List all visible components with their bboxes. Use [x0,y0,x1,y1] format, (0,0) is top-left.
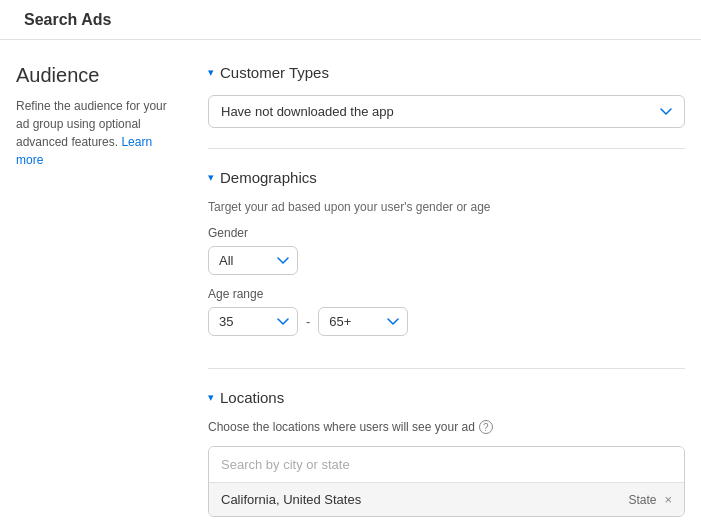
main-layout: Audience Refine the audience for your ad… [0,40,701,520]
gender-select[interactable]: All Male Female [208,246,298,275]
sidebar-description: Refine the audience for your ad group us… [16,97,176,169]
customer-types-select[interactable]: All Users Have not downloaded the app Ha… [208,95,685,128]
customer-types-header: ▾ Customer Types [208,64,685,81]
gender-label: Gender [208,226,685,240]
content-area: ▾ Customer Types All Users Have not down… [208,64,685,520]
location-remove-button[interactable]: × [664,493,672,506]
app-title: Search Ads [24,11,111,29]
sidebar-heading: Audience [16,64,176,87]
age-range-label: Age range [208,287,685,301]
locations-title: Locations [220,389,284,406]
location-type: State [628,493,656,507]
locations-header: ▾ Locations [208,389,685,406]
age-from-select[interactable]: 18 21 25 30 35 40 45 50 55 60 65+ [208,307,298,336]
age-to-select[interactable]: 21 25 30 35 40 45 50 55 60 65+ [318,307,408,336]
age-range-group: Age range 18 21 25 30 35 40 45 50 55 60 … [208,287,685,336]
sidebar: Audience Refine the audience for your ad… [16,64,176,520]
locations-chevron-icon: ▾ [208,391,214,404]
demographics-section: ▾ Demographics Target your ad based upon… [208,169,685,369]
location-name: California, United States [221,492,361,507]
age-separator: - [306,314,310,329]
locations-description-text: Choose the locations where users will se… [208,420,475,434]
age-range-row: 18 21 25 30 35 40 45 50 55 60 65+ - [208,307,685,336]
gender-group: Gender All Male Female [208,226,685,275]
demographics-title: Demographics [220,169,317,186]
location-meta: State × [628,493,672,507]
locations-help-icon[interactable]: ? [479,420,493,434]
customer-types-title: Customer Types [220,64,329,81]
customer-types-chevron-icon: ▾ [208,66,214,79]
app-header: Search Ads [0,0,701,40]
locations-description-row: Choose the locations where users will se… [208,420,685,434]
location-item: California, United States State × [209,483,684,516]
customer-types-section: ▾ Customer Types All Users Have not down… [208,64,685,149]
location-search-input[interactable] [209,447,684,483]
locations-section: ▾ Locations Choose the locations where u… [208,389,685,520]
demographics-chevron-icon: ▾ [208,171,214,184]
logo-area: Search Ads [16,11,111,29]
locations-box: California, United States State × [208,446,685,517]
demographics-description: Target your ad based upon your user's ge… [208,200,685,214]
demographics-header: ▾ Demographics [208,169,685,186]
